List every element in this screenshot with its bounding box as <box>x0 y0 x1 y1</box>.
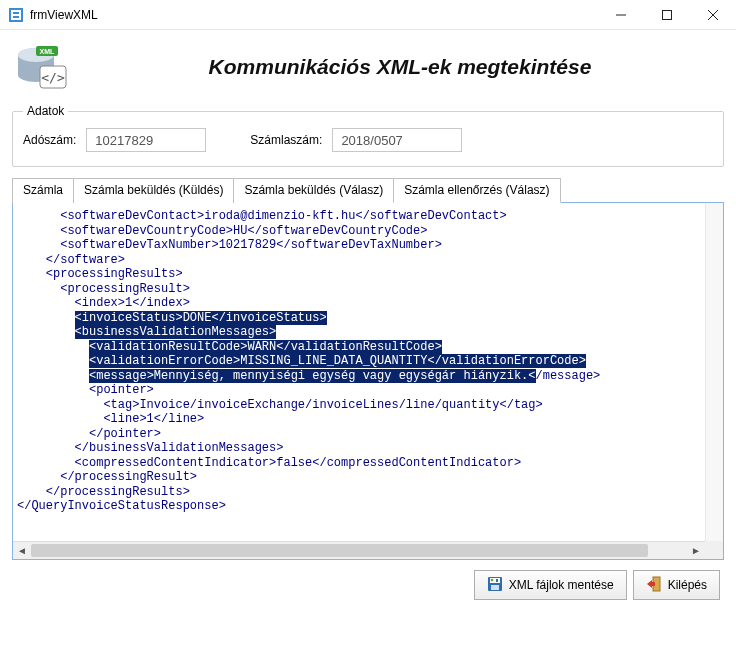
scroll-track[interactable] <box>31 542 687 559</box>
window-buttons <box>598 0 736 30</box>
app-icon <box>8 7 24 23</box>
maximize-button[interactable] <box>644 0 690 30</box>
xml-line: <softwareDevCountryCode>HU</softwareDevC… <box>17 224 723 239</box>
xml-line: </processingResults> <box>17 485 723 500</box>
xml-line: <validationErrorCode>MISSING_LINE_DATA_Q… <box>17 354 723 369</box>
tab-0[interactable]: Számla <box>12 178 74 203</box>
xml-line: <pointer> <box>17 383 723 398</box>
tabs: SzámlaSzámla beküldés (Küldés)Számla bek… <box>12 177 724 202</box>
xml-line: <businessValidationMessages> <box>17 325 723 340</box>
app-logo: XML </> <box>14 42 70 92</box>
xml-line: </software> <box>17 253 723 268</box>
svg-rect-16 <box>491 585 499 590</box>
page-title: Kommunikációs XML-ek megtekintése <box>78 55 722 79</box>
xml-line: </processingResult> <box>17 470 723 485</box>
xml-line: <compressedContentIndicator>false</compr… <box>17 456 723 471</box>
save-xml-button[interactable]: XML fájlok mentése <box>474 570 627 600</box>
xml-line: <softwareDevContact>iroda@dimenzio-kft.h… <box>17 209 723 224</box>
window-title: frmViewXML <box>30 8 98 22</box>
exit-button[interactable]: Kilépés <box>633 570 720 600</box>
xml-line: <line>1</line> <box>17 412 723 427</box>
horizontal-scrollbar[interactable]: ◄ ► <box>13 541 705 559</box>
svg-rect-3 <box>13 16 19 18</box>
floppy-icon <box>487 576 503 595</box>
adatok-group: Adatok Adószám: Számlaszám: <box>12 104 724 167</box>
exit-icon <box>646 576 662 595</box>
svg-text:</>: </> <box>41 70 65 85</box>
svg-rect-17 <box>496 579 498 582</box>
xml-panel: <softwareDevContact>iroda@dimenzio-kft.h… <box>12 202 724 560</box>
xml-line: <message>Mennyiség, mennyiségi egység va… <box>17 369 723 384</box>
scroll-left-icon[interactable]: ◄ <box>13 542 31 559</box>
xml-line: </QueryInvoiceStatusResponse> <box>17 499 723 514</box>
svg-text:XML: XML <box>40 48 56 55</box>
xml-line: <softwareDevTaxNumber>10217829</software… <box>17 238 723 253</box>
save-xml-label: XML fájlok mentése <box>509 578 614 592</box>
xml-textarea[interactable]: <softwareDevContact>iroda@dimenzio-kft.h… <box>17 207 723 541</box>
adatok-legend: Adatok <box>23 104 68 118</box>
close-button[interactable] <box>690 0 736 30</box>
titlebar: frmViewXML <box>0 0 736 30</box>
minimize-button[interactable] <box>598 0 644 30</box>
xml-line: <processingResult> <box>17 282 723 297</box>
tab-3[interactable]: Számla ellenőrzés (Válasz) <box>393 178 560 203</box>
adoszam-input[interactable] <box>86 128 206 152</box>
scroll-thumb[interactable] <box>31 544 648 557</box>
exit-label: Kilépés <box>668 578 707 592</box>
xml-line: </businessValidationMessages> <box>17 441 723 456</box>
szamlaszam-label: Számlaszám: <box>250 133 322 147</box>
xml-line: <validationResultCode>WARN</validationRe… <box>17 340 723 355</box>
adoszam-label: Adószám: <box>23 133 76 147</box>
xml-line: <processingResults> <box>17 267 723 282</box>
xml-line: </pointer> <box>17 427 723 442</box>
xml-line: <tag>Invoice/invoiceExchange/invoiceLine… <box>17 398 723 413</box>
svg-rect-2 <box>13 12 19 14</box>
scroll-right-icon[interactable]: ► <box>687 542 705 559</box>
xml-line: <index>1</index> <box>17 296 723 311</box>
svg-point-18 <box>491 578 493 580</box>
tab-1[interactable]: Számla beküldés (Küldés) <box>73 178 234 203</box>
svg-rect-5 <box>663 10 672 19</box>
scroll-corner <box>705 541 723 559</box>
tab-2[interactable]: Számla beküldés (Válasz) <box>233 178 394 203</box>
szamlaszam-input[interactable] <box>332 128 462 152</box>
xml-line: <invoiceStatus>DONE</invoiceStatus> <box>17 311 723 326</box>
svg-rect-1 <box>11 10 21 20</box>
